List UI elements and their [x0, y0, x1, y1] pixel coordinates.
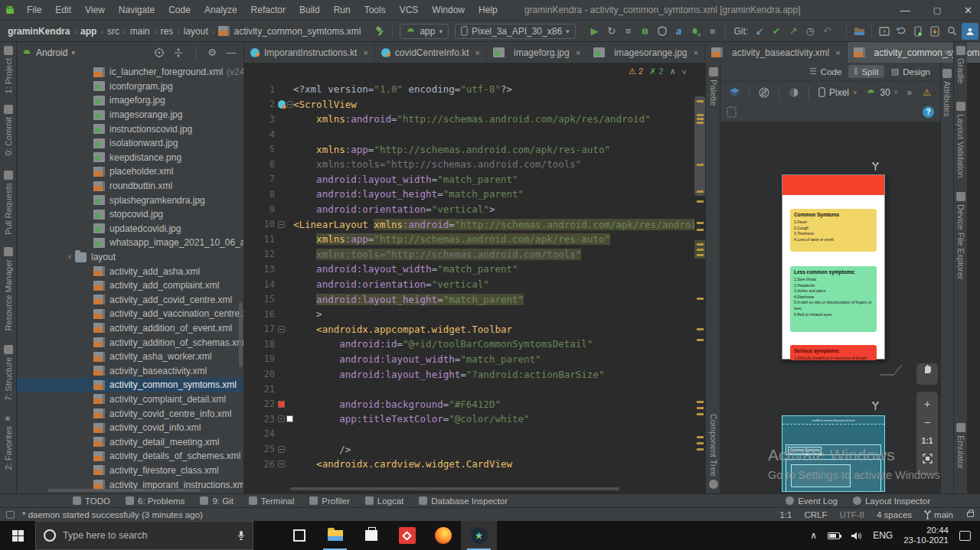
toolwindow-button-layout-inspector[interactable]: Layout Inspector: [853, 496, 930, 506]
tool-window-tab--commit[interactable]: 0: Commit: [4, 117, 13, 155]
sync-gradle-icon[interactable]: [893, 23, 910, 40]
component-tree-tab[interactable]: Component Tree: [709, 414, 718, 477]
editor-tab[interactable]: imagesorange.jpg×: [587, 42, 705, 63]
code-line[interactable]: 17− <androidx.appcompat.widget.Toolbar: [244, 322, 694, 337]
fold-marker-icon[interactable]: −: [278, 221, 285, 228]
project-view-selector[interactable]: Android: [36, 47, 67, 58]
toolwindow-button--problems[interactable]: 6: Problems: [126, 496, 185, 506]
minimize-button[interactable]: —: [900, 5, 910, 16]
menu-analyze[interactable]: Analyze: [198, 5, 244, 15]
design-surface[interactable]: Common Symtoms1.Fever2.Cough3.Tiredness4…: [720, 122, 940, 493]
fold-marker-icon[interactable]: −: [278, 446, 285, 453]
tool-window-tab--favorites[interactable]: 2: Favorites: [4, 426, 13, 470]
apply-changes-button[interactable]: ↻: [603, 23, 620, 40]
microphone-icon[interactable]: [237, 530, 245, 541]
code-line[interactable]: 13 android:layout_width="match_parent": [244, 262, 694, 277]
preview-device-select[interactable]: Pixel ˅: [815, 87, 861, 98]
warning-stripe-mark[interactable]: [697, 164, 704, 166]
code-line[interactable]: 20 android:layout_height="?android:actio…: [244, 366, 694, 382]
tree-horizontal-scrollbar[interactable]: [47, 489, 201, 492]
tool-window-tab--structure[interactable]: 7: Structure: [4, 357, 13, 401]
inspections-widget[interactable]: ⚠ 2 ✗ 2 ∧ ˅: [629, 67, 687, 76]
breadcrumb-item[interactable]: layout: [184, 26, 208, 37]
profiler-button[interactable]: a: [671, 23, 688, 40]
breadcrumb-item[interactable]: graminKendra: [8, 26, 70, 37]
code-line[interactable]: 10−<LinearLayout xmlns:android="http://s…: [244, 216, 694, 232]
warning-stripe-mark[interactable]: [697, 243, 704, 246]
fold-marker-icon[interactable]: −: [287, 101, 293, 108]
code-line[interactable]: 14 android:orientation="vertical": [244, 277, 694, 292]
zoom-fit-button[interactable]: [916, 454, 938, 472]
pan-hand-button[interactable]: [916, 363, 938, 385]
speaker-icon[interactable]: [851, 531, 862, 541]
git-commit-button[interactable]: ✔: [768, 23, 785, 40]
default-layout-icon[interactable]: [727, 106, 737, 118]
code-line[interactable]: 21: [244, 382, 694, 397]
code-line[interactable]: 1<?xml version="1.0" encoding="utf-8"?>: [244, 82, 694, 97]
close-icon[interactable]: ×: [363, 48, 368, 57]
coverage-button[interactable]: [654, 23, 671, 40]
search-everywhere-icon[interactable]: [943, 23, 960, 40]
next-problem-icon[interactable]: ˅: [682, 67, 687, 76]
device-select[interactable]: Pixel_3a_API_30_x86 ▾: [455, 24, 576, 39]
line-separator[interactable]: CRLF: [804, 510, 827, 519]
toolwindow-button-terminal[interactable]: Terminal: [249, 496, 294, 506]
tool-window-tab-pull-requests[interactable]: Pull Requests: [4, 183, 13, 235]
tree-item[interactable]: activity_covid_centre_info.xml: [17, 406, 243, 421]
tool-window-tab-resource-manager[interactable]: Resource Manager: [4, 259, 13, 331]
sdk-manager-icon[interactable]: [926, 23, 943, 40]
battery-icon[interactable]: [828, 532, 840, 539]
menu-edit[interactable]: Edit: [48, 5, 78, 15]
close-icon[interactable]: ×: [576, 48, 580, 57]
code-line[interactable]: 12 xmlns:tools="http://schemas.android.c…: [244, 247, 694, 262]
zoom-100-button[interactable]: 1:1: [916, 431, 938, 450]
close-icon[interactable]: ×: [694, 48, 698, 57]
tree-item[interactable]: placeholder.xml: [17, 164, 243, 179]
design-tools-wrench-icon[interactable]: [871, 401, 880, 412]
menu-refactor[interactable]: Refactor: [244, 5, 292, 15]
code-line[interactable]: 24: [244, 427, 694, 442]
toolwindow-button-event-log[interactable]: Event Log: [786, 496, 838, 506]
layers-icon[interactable]: [725, 84, 743, 101]
breadcrumb-item[interactable]: app: [80, 26, 96, 37]
git-branch[interactable]: main: [924, 510, 953, 519]
tree-item[interactable]: activity_add_covid_centre.xml: [17, 293, 243, 308]
indent-setting[interactable]: 4 spaces: [877, 510, 912, 519]
android-studio-button[interactable]: [461, 521, 497, 550]
editor-tab[interactable]: imageforg.jpg×: [487, 42, 587, 63]
warning-stripe-mark[interactable]: [697, 401, 704, 403]
hidden-tabs-icon[interactable]: ˅: [944, 48, 949, 57]
hidden-icons-chevron[interactable]: ∧: [810, 530, 817, 541]
code-line[interactable]: 8 android:layout_height="match_parent": [244, 187, 694, 202]
menu-run[interactable]: Run: [327, 5, 358, 15]
code-line[interactable]: 18 android:id="@+id/toolBarCommonSymtoms…: [244, 337, 694, 352]
code-line[interactable]: 11 xmlns:app="http://schemas.android.com…: [244, 232, 694, 247]
fold-marker-icon[interactable]: −: [278, 415, 285, 422]
design-tools-wrench-icon[interactable]: [871, 161, 880, 172]
tree-item[interactable]: activity_addition_of_event.xml: [17, 321, 243, 336]
code-line[interactable]: 26− <androidx.cardview.widget.CardView: [244, 457, 694, 472]
code-line[interactable]: 6 xmlns:tools="http://schemas.android.co…: [244, 157, 694, 172]
warning-stripe-mark[interactable]: [697, 249, 704, 251]
zoom-out-button[interactable]: −: [916, 413, 938, 431]
tree-item[interactable]: roundbuttin.xml: [17, 179, 243, 194]
editor-scrollbar-thumb[interactable]: [694, 96, 705, 196]
taskbar-clock[interactable]: 20:44 23-10-2021: [903, 526, 949, 545]
preview-resize-handle[interactable]: [880, 365, 903, 376]
warning-stripe-mark[interactable]: [697, 122, 704, 124]
menu-view[interactable]: View: [78, 5, 112, 15]
tree-item[interactable]: imagesorange.jpg: [17, 108, 243, 122]
prev-problem-icon[interactable]: ∧: [670, 67, 676, 76]
breadcrumb-item[interactable]: src: [107, 26, 119, 37]
tree-item[interactable]: activity_add_complaint.xml: [17, 278, 243, 293]
breadcrumb-item[interactable]: res: [160, 26, 173, 37]
api-level-select[interactable]: 30 ˅: [862, 87, 902, 98]
stop-button[interactable]: ■: [704, 23, 721, 40]
file-encoding[interactable]: UTF-8: [839, 510, 864, 519]
collapse-all-icon[interactable]: [173, 47, 188, 58]
project-structure-icon[interactable]: [851, 23, 867, 40]
tree-item[interactable]: keepdistance.png: [17, 151, 243, 165]
layout-preview-phone[interactable]: Common Symtoms1.Fever2.Cough3.Tiredness4…: [782, 174, 885, 360]
red-app-button[interactable]: [389, 521, 425, 550]
git-history-button[interactable]: ◷: [802, 23, 818, 40]
